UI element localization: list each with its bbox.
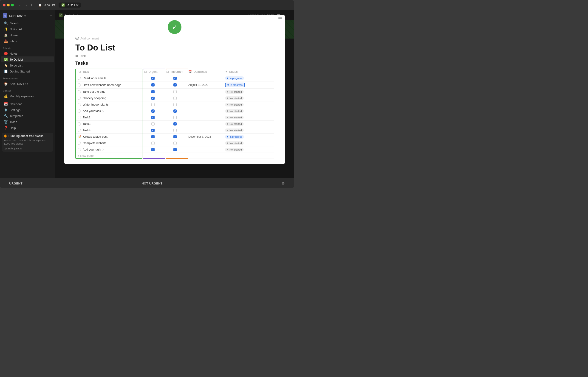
urgent-unchecked-icon[interactable] <box>151 103 155 106</box>
task-cell-0[interactable]: Read work emails <box>75 75 142 82</box>
maximize-traffic-light[interactable] <box>11 4 14 6</box>
urgent-cell-6[interactable] <box>142 114 164 121</box>
sidebar-item-notion-ai[interactable]: ✨ Notion AI <box>1 26 54 32</box>
urgent-cell-7[interactable] <box>142 121 164 127</box>
task-cell-5[interactable]: Add your task :) <box>75 108 142 114</box>
minimize-traffic-light[interactable] <box>7 4 10 6</box>
status-cell-10[interactable]: Not started <box>223 140 274 146</box>
task-cell-1[interactable]: Draft new website homepage <box>75 82 142 89</box>
close-traffic-light[interactable] <box>3 4 5 6</box>
urgent-checked-icon[interactable] <box>151 129 155 132</box>
new-page-label[interactable]: + New page <box>78 154 94 157</box>
status-cell-9[interactable]: In progress <box>223 134 274 140</box>
important-checked-icon[interactable] <box>173 109 177 113</box>
important-cell-3[interactable] <box>164 95 186 101</box>
forward-button[interactable]: → <box>24 3 28 7</box>
urgent-checked-icon[interactable] <box>151 90 155 93</box>
sidebar-item-monthly-expenses[interactable]: 💰 Monthly expenses <box>1 93 54 99</box>
important-unchecked-icon[interactable] <box>173 116 177 119</box>
task-cell-9[interactable]: 📝Create a blog post <box>75 134 142 140</box>
status-cell-7[interactable]: Not started <box>223 121 274 127</box>
important-checked-icon[interactable] <box>173 77 177 80</box>
important-unchecked-icon[interactable] <box>173 90 177 93</box>
important-checked-icon[interactable] <box>173 122 177 126</box>
workspace-name[interactable]: S Sqiril Dev ∨ <box>3 13 26 18</box>
important-cell-2[interactable] <box>164 89 186 95</box>
task-cell-6[interactable]: Task2 <box>75 114 142 121</box>
important-cell-8[interactable] <box>164 127 186 134</box>
urgent-unchecked-icon[interactable] <box>151 122 155 126</box>
upgrade-link[interactable]: Upgrade plan → <box>4 147 51 150</box>
tab-todo-list-2[interactable]: ✅ To Do List <box>59 2 81 8</box>
edit-icon[interactable]: ✏ <box>49 14 52 17</box>
modal-comment-bar[interactable]: 💬 Add comment <box>64 36 285 41</box>
urgent-cell-5[interactable] <box>142 108 164 114</box>
status-cell-3[interactable]: Not started <box>223 95 274 101</box>
important-cell-0[interactable] <box>164 75 186 82</box>
urgent-unchecked-icon[interactable] <box>151 141 155 145</box>
task-cell-4[interactable]: Water indoor plants <box>75 101 142 108</box>
status-cell-1[interactable]: In progress <box>223 82 274 89</box>
important-cell-1[interactable] <box>164 82 186 89</box>
important-cell-10[interactable] <box>164 140 186 146</box>
sidebar-item-settings[interactable]: ⚙️ Settings <box>1 107 54 113</box>
important-unchecked-icon[interactable] <box>173 97 177 100</box>
new-page-row[interactable]: + New page <box>75 153 274 159</box>
task-cell-7[interactable]: Task3 <box>75 121 142 127</box>
sidebar-item-calendar[interactable]: 📅 Calendar <box>1 101 54 107</box>
sidebar-item-trash[interactable]: 🗑️ Trash <box>1 119 54 125</box>
sidebar-item-templates[interactable]: 🔧 Templates <box>1 113 54 119</box>
sidebar-item-todo-list[interactable]: ✅ To Do List <box>1 57 54 62</box>
important-unchecked-icon[interactable] <box>173 141 177 145</box>
important-checked-icon[interactable] <box>173 135 177 138</box>
task-cell-10[interactable]: Complete website <box>75 140 142 146</box>
sidebar-item-sqiril-dev-hq[interactable]: 🏠 Sqiril Dev HQ <box>1 81 54 87</box>
urgent-cell-9[interactable] <box>142 134 164 140</box>
urgent-cell-8[interactable] <box>142 127 164 134</box>
bottom-corner-icon[interactable]: ⚙ <box>282 181 285 186</box>
status-cell-6[interactable]: Not started <box>223 114 274 121</box>
status-cell-0[interactable]: In progress <box>223 75 274 82</box>
urgent-checked-icon[interactable] <box>151 148 155 151</box>
sidebar-item-search[interactable]: 🔍 Search <box>1 20 54 26</box>
important-cell-7[interactable] <box>164 121 186 127</box>
urgent-cell-10[interactable] <box>142 140 164 146</box>
sidebar-item-home[interactable]: 🏠 Home <box>1 32 54 38</box>
modal-view-label[interactable]: ⊞ Table <box>64 53 285 60</box>
urgent-checked-icon[interactable] <box>151 116 155 119</box>
new-tab-button[interactable]: + <box>29 2 34 8</box>
important-unchecked-icon[interactable] <box>173 103 177 106</box>
urgent-checked-icon[interactable] <box>151 83 155 86</box>
back-button[interactable]: ← <box>17 3 23 7</box>
status-cell-5[interactable]: Not started <box>223 108 274 114</box>
important-cell-9[interactable] <box>164 134 186 140</box>
status-cell-8[interactable]: Not started <box>223 127 274 134</box>
status-cell-2[interactable]: Not started <box>223 89 274 95</box>
urgent-cell-4[interactable] <box>142 101 164 108</box>
sidebar-item-getting-started[interactable]: 📄 Getting Started <box>1 68 54 74</box>
tab-todo-list-1[interactable]: 📋 To do List <box>36 2 58 8</box>
status-cell-4[interactable]: Not started <box>223 101 274 108</box>
task-cell-11[interactable]: Add your task :) <box>75 146 142 153</box>
urgent-checked-icon[interactable] <box>151 77 155 80</box>
task-cell-8[interactable]: Task4 <box>75 127 142 134</box>
urgent-checked-icon[interactable] <box>151 109 155 113</box>
urgent-checked-icon[interactable] <box>151 135 155 138</box>
important-checked-icon[interactable] <box>173 83 177 86</box>
new-page-cell[interactable]: + New page <box>75 153 274 159</box>
sidebar-item-notes[interactable]: 🔴 Notes <box>1 50 54 57</box>
important-cell-6[interactable] <box>164 114 186 121</box>
important-cell-4[interactable] <box>164 101 186 108</box>
task-cell-3[interactable]: Grocery shopping <box>75 95 142 101</box>
urgent-cell-3[interactable] <box>142 95 164 101</box>
sidebar-item-todo-list2[interactable]: 🏷️ To do List <box>1 62 54 68</box>
sidebar-item-help[interactable]: ❓ Help <box>1 125 54 131</box>
important-unchecked-icon[interactable] <box>173 129 177 132</box>
urgent-checked-icon[interactable] <box>151 97 155 100</box>
urgent-cell-11[interactable] <box>142 146 164 153</box>
status-cell-11[interactable]: Not started <box>223 146 274 153</box>
modal-close-bar[interactable] <box>278 17 282 19</box>
urgent-cell-2[interactable] <box>142 89 164 95</box>
sidebar-item-inbox[interactable]: 📥 Inbox <box>1 38 54 44</box>
urgent-cell-1[interactable] <box>142 82 164 89</box>
